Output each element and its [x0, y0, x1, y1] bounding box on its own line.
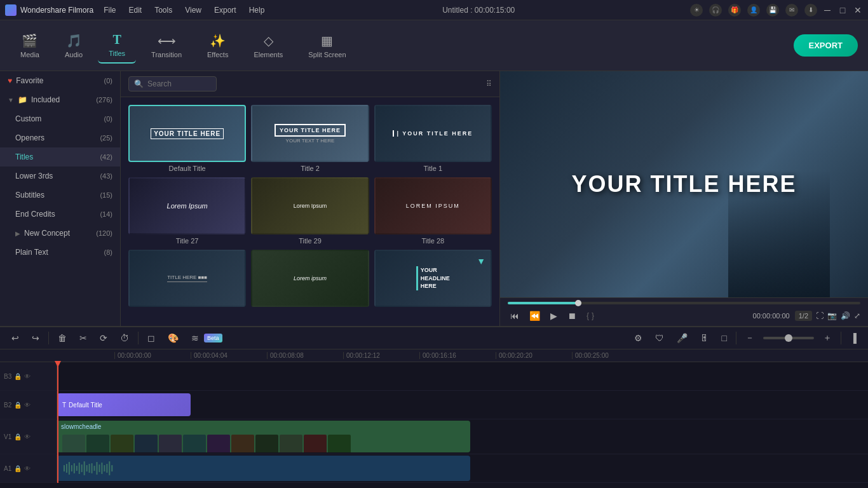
user-icon[interactable]: 👤 [747, 4, 760, 17]
panel-end-credits[interactable]: End Credits (14) [0, 205, 120, 224]
panel-plain-text[interactable]: Plain Text (8) [0, 243, 120, 262]
thumbnail-title27[interactable]: Lorem Ipsum Title 27 [128, 177, 246, 245]
track-lock-a1[interactable]: 🔒 [14, 465, 22, 472]
media-label: Media [20, 51, 39, 58]
page-indicator: 1/2 [795, 311, 812, 321]
audio-waveform-button[interactable]: ≋ [187, 332, 203, 344]
progress-bar[interactable] [508, 302, 860, 304]
thumbnail-title2[interactable]: YOUR TITLE HERE YOUR TEXT T HERE Title 2 [251, 105, 369, 172]
progress-fill [508, 302, 578, 304]
mic-button[interactable]: 🎤 [673, 332, 691, 344]
delete-button[interactable]: 🗑 [54, 332, 71, 344]
stop-button[interactable]: ⏹ [565, 309, 579, 322]
toolbar-transition[interactable]: ⟷ Transition [141, 28, 192, 64]
track-vis-a1[interactable]: 👁 [24, 465, 31, 472]
thumb-text-title2: YOUR TITLE HERE [275, 124, 346, 137]
preview-title: YOUR TITLE HERE [571, 171, 796, 198]
toolbar-elements[interactable]: ◇ Elements [243, 28, 293, 64]
split-screen-icon: ▦ [321, 33, 333, 48]
track-vis-v1[interactable]: 👁 [24, 433, 31, 440]
audio-mix-button[interactable]: 🎚 [696, 332, 713, 344]
panel-subtitles[interactable]: Subtitles (15) [0, 186, 120, 205]
track-num-v1: V1 [4, 433, 11, 440]
vframe-1 [62, 435, 85, 452]
thumbnail-title28[interactable]: LOREM IPSUM Title 28 [374, 177, 492, 245]
menu-view[interactable]: View [182, 4, 204, 16]
thumbnail-title-c[interactable]: ▼ YOURHEADLINEHERE [374, 250, 492, 309]
thumbnail-title29[interactable]: Lorem Ipsum Title 29 [251, 177, 369, 245]
rewind-button[interactable]: ⏮ [508, 309, 522, 322]
thumbnail-title1[interactable]: | YOUR TITLE HERE Title 1 [374, 105, 492, 172]
panel-custom[interactable]: Custom (0) [0, 109, 120, 128]
audio-clip[interactable] [57, 456, 470, 481]
vframe-7 [207, 435, 230, 452]
export-button[interactable]: EXPORT [794, 34, 858, 57]
redo-button[interactable]: ↪ [28, 332, 43, 344]
thumbnail-default-title[interactable]: YOUR TITLE HERE Default Title [128, 105, 246, 172]
zoom-in-button[interactable]: ＋ [819, 331, 836, 345]
maximize-button[interactable]: □ [837, 5, 848, 15]
panel-toggle-button[interactable]: ▐ [846, 332, 860, 344]
preview-controls: ⏮ ⏪ ▶ ⏹ { } 00:00:00:00 1/2 ⛶ 📷 🔊 ⤢ [500, 297, 868, 326]
close-button[interactable]: ✕ [853, 5, 863, 15]
minimize-button[interactable]: ─ [822, 5, 832, 15]
toolbar-media[interactable]: 🎬 Media [10, 28, 50, 64]
color-button[interactable]: 🎨 [164, 332, 182, 344]
track-vis-b2[interactable]: 👁 [24, 402, 31, 409]
volume-button[interactable]: 🔊 [841, 311, 850, 320]
menu-help[interactable]: Help [247, 4, 268, 16]
zoom-slider[interactable] [763, 337, 814, 339]
track-lock-v1[interactable]: 🔒 [14, 433, 22, 440]
track-lock-b2[interactable]: 🔒 [14, 402, 22, 409]
menu-tools[interactable]: Tools [152, 4, 175, 16]
headphone-icon[interactable]: 🎧 [709, 4, 722, 17]
save-icon[interactable]: 💾 [766, 4, 779, 17]
cut-button[interactable]: ✂ [76, 332, 91, 344]
thumbnail-title-b[interactable]: Lorem ipsum [251, 250, 369, 309]
subtitles-count: (15) [100, 191, 112, 199]
step-back-button[interactable]: ⏪ [527, 309, 543, 322]
mail-icon[interactable]: ✉ [785, 4, 798, 17]
undo-button[interactable]: ↩ [8, 332, 23, 344]
menu-file[interactable]: File [101, 4, 118, 16]
panel-new-concept[interactable]: ▶ New Concept (120) [0, 224, 120, 243]
thumb-img-title27: Lorem Ipsum [128, 177, 246, 234]
video-clip[interactable]: slowmcheadle [57, 421, 470, 452]
titlebar: Wondershare Filmora File Edit Tools View… [0, 0, 868, 20]
panel-titles[interactable]: Titles (42) [0, 147, 120, 166]
svg-rect-8 [84, 461, 85, 475]
play-button[interactable]: ▶ [548, 309, 560, 322]
panel-favorite[interactable]: ♥ Favorite (0) [0, 71, 120, 90]
panel-openers[interactable]: Openers (25) [0, 128, 120, 147]
zoom-out-button[interactable]: － [742, 331, 758, 345]
track-lock-b3[interactable]: 🔒 [14, 373, 22, 380]
track-row-v1: V1 🔒 👁 slowmcheadle [0, 419, 868, 454]
title-clip[interactable]: T Default Title [57, 393, 191, 416]
screenshot-button[interactable]: 📷 [827, 311, 837, 320]
thumb-label-title1: Title 1 [374, 165, 492, 172]
panel-included[interactable]: ▼ 📁 Included (276) [0, 90, 120, 109]
panel-lower3rds[interactable]: Lower 3rds (43) [0, 166, 120, 186]
menu-export[interactable]: Export [212, 4, 239, 16]
toolbar-titles[interactable]: T Titles [98, 27, 136, 64]
fullscreen-button[interactable]: ⛶ [816, 311, 824, 320]
crop-button[interactable]: ◻ [144, 332, 159, 344]
track-vis-b3[interactable]: 👁 [24, 373, 31, 380]
toolbar-audio[interactable]: 🎵 Audio [55, 28, 93, 64]
sun-icon[interactable]: ☀ [690, 4, 703, 17]
menu-edit[interactable]: Edit [126, 4, 145, 16]
thumbnail-title-a[interactable]: TITLE HERE ■■■ [128, 250, 246, 309]
color-grade-button[interactable]: □ [718, 332, 731, 344]
toolbar-split-screen[interactable]: ▦ Split Screen [298, 28, 356, 64]
settings-button[interactable]: ⚙ [630, 332, 646, 344]
toolbar-effects[interactable]: ✨ Effects [197, 28, 238, 64]
download-icon[interactable]: ⬇ [804, 4, 817, 17]
gift-icon[interactable]: 🎁 [728, 4, 741, 17]
copy-button[interactable]: ⟳ [96, 332, 111, 344]
grid-icon[interactable]: ⠿ [486, 79, 492, 88]
speed-button[interactable]: ⏱ [116, 332, 133, 344]
expand-button[interactable]: ⤢ [854, 311, 860, 320]
shield-button[interactable]: 🛡 [651, 332, 668, 344]
search-input[interactable] [147, 79, 211, 88]
search-box[interactable]: 🔍 [128, 76, 217, 92]
